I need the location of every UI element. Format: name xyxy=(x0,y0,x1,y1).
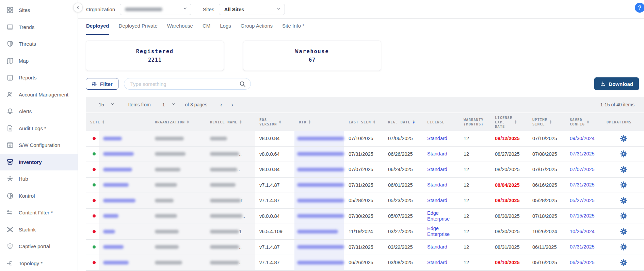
prev-page-button[interactable]: ‹ xyxy=(220,102,222,108)
did-cell[interactable] xyxy=(294,147,344,162)
sidebar-item-map[interactable]: Map xyxy=(0,52,78,70)
license-link[interactable]: Standard xyxy=(427,136,447,141)
saved-config-cell[interactable]: 07/07/2025 xyxy=(565,162,602,177)
organization-select[interactable] xyxy=(120,4,191,15)
sort-arrows-icon[interactable]: ▲▼ xyxy=(309,120,311,124)
gear-icon[interactable] xyxy=(620,150,627,157)
page-size-select[interactable]: 15 xyxy=(99,102,115,107)
sort-arrows-icon[interactable]: ▲▼ xyxy=(240,120,242,124)
license-link[interactable]: Standard xyxy=(427,260,447,266)
license-link[interactable]: Standard xyxy=(427,198,447,204)
sites-select[interactable]: All Sites xyxy=(219,4,285,15)
gear-icon[interactable] xyxy=(620,259,627,266)
filter-button[interactable]: Filter xyxy=(86,78,118,90)
did-cell[interactable] xyxy=(294,255,344,270)
saved-config-link[interactable]: 07/31/2025 xyxy=(570,244,595,250)
saved-config-link[interactable]: 09/30/2024 xyxy=(570,136,595,141)
saved-config-link[interactable]: 06/26/2025 xyxy=(570,260,595,266)
sidebar-item-content-filter[interactable]: Content Filter * xyxy=(0,204,78,221)
saved-config-cell[interactable]: 09/30/2024 xyxy=(565,131,602,146)
search-input[interactable] xyxy=(130,81,239,87)
did-cell[interactable] xyxy=(294,240,344,255)
saved-config-cell[interactable]: 10/26/2024 xyxy=(565,224,602,239)
saved-config-cell[interactable]: 07/31/2025 xyxy=(565,147,602,162)
saved-config-cell[interactable]: 07/31/2025 xyxy=(565,240,602,255)
license-link[interactable]: Edge Enterprise xyxy=(427,210,459,222)
did-cell[interactable] xyxy=(294,209,344,224)
site-cell[interactable] xyxy=(99,193,150,208)
license-link[interactable]: Standard xyxy=(427,244,447,250)
tab-deployed[interactable]: Deployed xyxy=(86,23,109,35)
gear-icon[interactable] xyxy=(620,166,627,173)
site-cell[interactable] xyxy=(99,255,150,270)
did-cell[interactable] xyxy=(294,162,344,177)
license-link[interactable]: Standard xyxy=(427,151,447,157)
license-cell[interactable]: Standard xyxy=(423,255,459,270)
saved-config-link[interactable]: 05/27/2025 xyxy=(570,198,595,204)
saved-config-cell[interactable]: 07/15/2025 xyxy=(565,209,602,224)
license-link[interactable]: Standard xyxy=(427,167,447,172)
sidebar-item-threats[interactable]: Threats xyxy=(0,35,78,52)
sort-arrows-icon[interactable]: ▲▼ xyxy=(102,120,104,124)
sort-arrows-icon[interactable]: ▲▼ xyxy=(413,120,415,124)
site-cell[interactable] xyxy=(99,240,150,255)
saved-config-link[interactable]: 07/31/2025 xyxy=(570,151,595,157)
tab-group-actions[interactable]: Group Actions xyxy=(241,23,273,35)
gear-icon[interactable] xyxy=(620,135,627,142)
license-cell[interactable]: Standard xyxy=(423,178,459,193)
sort-arrows-icon[interactable]: ▲▼ xyxy=(373,120,375,124)
sidebar-item-inventory[interactable]: Inventory xyxy=(0,154,78,171)
saved-config-link[interactable]: 07/15/2025 xyxy=(570,213,595,219)
collapse-sidebar-button[interactable] xyxy=(73,3,83,12)
search-icon[interactable] xyxy=(239,81,246,87)
site-cell[interactable] xyxy=(99,131,150,146)
sort-arrows-icon[interactable]: ▲▼ xyxy=(279,120,281,124)
saved-config-cell[interactable]: 07/31/2025 xyxy=(565,178,602,193)
gear-icon[interactable] xyxy=(620,228,627,235)
license-cell[interactable]: Edge Enterprise xyxy=(423,224,459,239)
license-link[interactable]: Edge Enterprise xyxy=(427,226,459,237)
next-page-button[interactable]: › xyxy=(231,102,233,108)
did-cell[interactable] xyxy=(294,131,344,146)
saved-config-link[interactable]: 07/31/2025 xyxy=(570,182,595,188)
license-cell[interactable]: Standard xyxy=(423,147,459,162)
did-cell[interactable] xyxy=(294,193,344,208)
gear-icon[interactable] xyxy=(620,197,627,204)
license-link[interactable]: Standard xyxy=(427,182,447,188)
saved-config-cell[interactable]: 06/26/2025 xyxy=(565,255,602,270)
tab-warehouse[interactable]: Warehouse xyxy=(167,23,193,35)
license-cell[interactable]: Standard xyxy=(423,162,459,177)
tab-logs[interactable]: Logs xyxy=(220,23,231,35)
site-cell[interactable] xyxy=(99,209,150,224)
saved-config-link[interactable]: 07/07/2025 xyxy=(570,167,595,172)
did-cell[interactable] xyxy=(294,224,344,239)
did-cell[interactable] xyxy=(294,178,344,193)
license-cell[interactable]: Edge Enterprise xyxy=(423,209,459,224)
tab-site-info[interactable]: Site Info * xyxy=(282,23,304,35)
license-cell[interactable]: Standard xyxy=(423,131,459,146)
license-cell[interactable]: Standard xyxy=(423,240,459,255)
saved-config-cell[interactable]: 05/27/2025 xyxy=(565,193,602,208)
sort-arrows-icon[interactable]: ▲▼ xyxy=(515,120,517,124)
sidebar-item-captive-portal[interactable]: Captive portal xyxy=(0,238,78,255)
gear-icon[interactable] xyxy=(620,212,627,220)
saved-config-link[interactable]: 10/26/2024 xyxy=(570,229,595,235)
sidebar-item-alerts[interactable]: Alerts xyxy=(0,103,78,120)
sidebar-item-hub[interactable]: Hub xyxy=(0,170,78,187)
sidebar-item-starlink[interactable]: Starlink xyxy=(0,221,78,238)
tab-cm[interactable]: CM xyxy=(203,23,210,35)
sidebar-item-topology[interactable]: Topology * xyxy=(0,255,78,271)
gear-icon[interactable] xyxy=(620,181,627,189)
sort-arrows-icon[interactable]: ▲▼ xyxy=(587,120,589,124)
site-cell[interactable] xyxy=(99,224,150,239)
page-select[interactable]: 1 xyxy=(162,102,176,107)
sidebar-item-sites[interactable]: Sites xyxy=(0,2,78,19)
sort-arrows-icon[interactable]: ▲▼ xyxy=(550,120,552,124)
sidebar-item-trends[interactable]: Trends xyxy=(0,19,78,36)
sidebar-item-kontrol[interactable]: Kontrol xyxy=(0,187,78,205)
download-button[interactable]: Download xyxy=(594,77,639,90)
sidebar-item-audit-logs[interactable]: Audit Logs * xyxy=(0,120,78,137)
site-cell[interactable] xyxy=(99,162,150,177)
sidebar-item-s-w-configuration[interactable]: S/W Configuration xyxy=(0,137,78,154)
sidebar-item-account-management[interactable]: Account Management xyxy=(0,86,78,103)
